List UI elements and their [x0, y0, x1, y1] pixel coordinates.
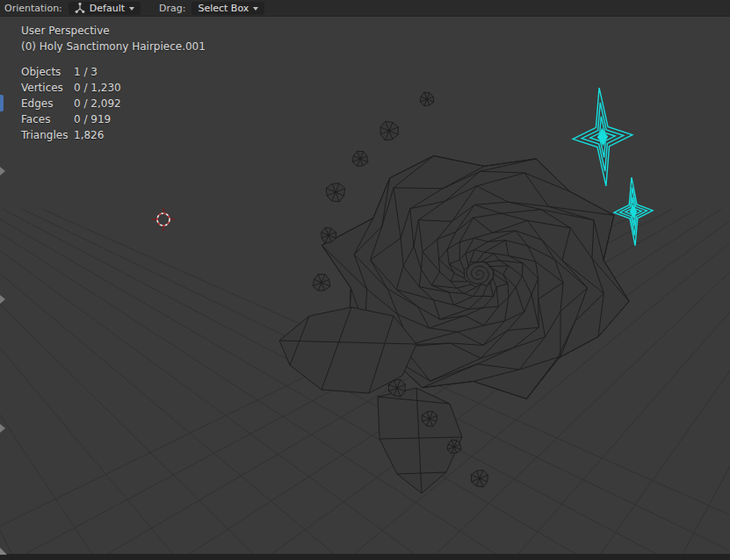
wireframe-bud[interactable]: [380, 121, 399, 140]
stat-label: Faces: [21, 111, 69, 127]
stat-value: 0 / 919: [74, 111, 206, 127]
scene-statistics: Objects 1 / 3 Vertices 0 / 1,230 Edges 0…: [21, 64, 206, 143]
drag-mode-dropdown[interactable]: Select Box: [192, 2, 264, 15]
stat-value: 0 / 2,092: [74, 96, 206, 111]
stat-label: Edges: [21, 96, 69, 111]
stat-label: Triangles: [21, 127, 69, 143]
wireframe-bud[interactable]: [352, 151, 368, 166]
stat-label: Vertices: [21, 80, 69, 96]
blender-3d-viewport: Orientation: Default Drag: Select Box Us…: [0, 0, 730, 560]
viewport-header: Orientation: Default Drag: Select Box: [0, 0, 730, 17]
stat-value: 1 / 3: [74, 64, 206, 80]
selected-sparkle-object[interactable]: [569, 86, 636, 188]
editor-divider[interactable]: [0, 554, 730, 560]
wireframe-bud[interactable]: [471, 470, 488, 487]
stat-label: Objects: [21, 64, 69, 80]
drag-mode-value: Select Box: [198, 3, 249, 14]
area-corner-handle[interactable]: [0, 548, 7, 555]
region-expand-arrow[interactable]: [0, 167, 5, 176]
3d-cursor: [152, 208, 175, 231]
viewport-overlay-text: User Perspective (0) Holy Sanctimony Hai…: [21, 23, 206, 143]
region-expand-arrow[interactable]: [0, 424, 5, 433]
drag-label: Drag:: [159, 3, 185, 14]
active-object-label: (0) Holy Sanctimony Hairpiece.001: [21, 39, 206, 54]
wireframe-bud[interactable]: [313, 274, 330, 291]
orientation-label: Orientation:: [4, 3, 62, 14]
orientation-value: Default: [90, 3, 125, 14]
active-tool-indicator[interactable]: [0, 95, 4, 111]
chevron-down-icon: [129, 7, 134, 11]
transform-orientation-dropdown[interactable]: Default: [69, 2, 141, 15]
view-perspective-label: User Perspective: [21, 23, 206, 39]
chevron-down-icon: [253, 7, 258, 11]
wireframe-bud[interactable]: [420, 92, 433, 106]
wireframe-leaf[interactable]: [378, 388, 462, 493]
selected-sparkle-object[interactable]: [612, 176, 654, 247]
region-expand-arrow[interactable]: [0, 295, 5, 304]
stat-value: 1,826: [74, 127, 206, 143]
stat-value: 0 / 1,230: [74, 80, 206, 96]
axis-gizmo-icon: [75, 3, 85, 13]
wireframe-bud[interactable]: [326, 183, 345, 202]
